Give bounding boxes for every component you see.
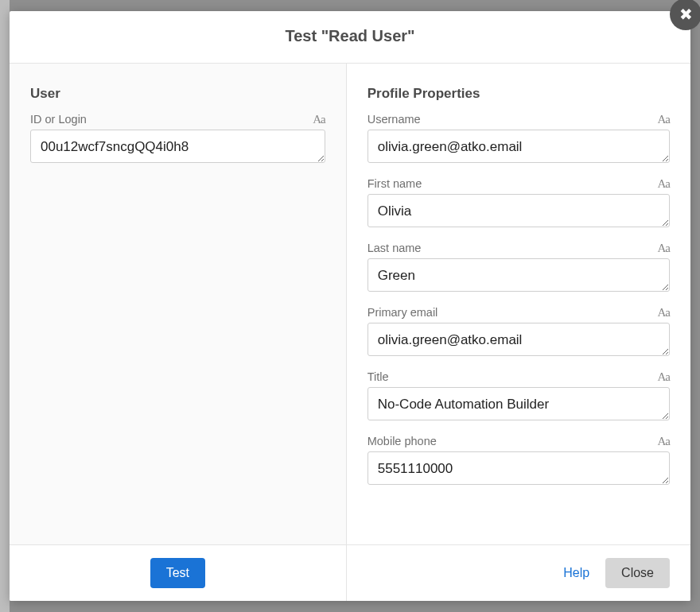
background-sliver [0,0,10,612]
user-pane: User ID or Login Aa [10,64,347,544]
mobile-phone-input[interactable] [368,451,670,485]
profile-properties-title: Profile Properties [368,86,670,102]
profile-properties-pane: Profile Properties Username Aa First nam… [347,64,690,544]
test-modal: Test "Read User" User ID or Login Aa Pro… [10,11,690,601]
primary-email-input[interactable] [368,323,670,356]
type-badge-string-icon: Aa [657,177,670,191]
first-name-label: First name [368,177,422,190]
test-button[interactable]: Test [150,558,205,588]
id-or-login-label: ID or Login [30,113,87,126]
type-badge-string-icon: Aa [657,306,670,320]
field-last-name: Last name Aa [368,242,670,295]
id-or-login-input[interactable] [30,130,325,163]
footer-left: Test [10,545,347,601]
username-label: Username [368,113,421,126]
last-name-label: Last name [368,242,422,254]
mobile-phone-label: Mobile phone [368,435,437,447]
close-icon: ✖ [679,5,693,24]
type-badge-string-icon: Aa [313,113,325,126]
field-mobile-phone: Mobile phone Aa [368,435,670,488]
modal-body: User ID or Login Aa Profile Properties U… [10,64,690,544]
footer-right: Help Close [347,545,690,601]
username-input[interactable] [368,130,670,163]
type-badge-string-icon: Aa [657,242,670,255]
title-label: Title [368,370,389,383]
last-name-input[interactable] [368,258,670,292]
field-primary-email: Primary email Aa [368,306,670,359]
type-badge-string-icon: Aa [657,370,670,384]
field-username: Username Aa [368,113,670,166]
user-section-title: User [30,86,325,102]
modal-footer: Test Help Close [10,544,690,601]
first-name-input[interactable] [368,194,670,227]
primary-email-label: Primary email [368,306,438,319]
modal-header: Test "Read User" [10,11,690,64]
field-id-or-login: ID or Login Aa [30,113,325,166]
field-first-name: First name Aa [368,177,670,230]
field-title: Title Aa [368,370,670,424]
close-icon-button[interactable]: ✖ [670,0,700,30]
help-link[interactable]: Help [563,566,589,580]
close-button[interactable]: Close [605,558,670,588]
modal-title: Test "Read User" [10,27,690,45]
type-badge-string-icon: Aa [657,113,670,126]
title-input[interactable] [368,387,670,420]
type-badge-string-icon: Aa [657,435,670,448]
